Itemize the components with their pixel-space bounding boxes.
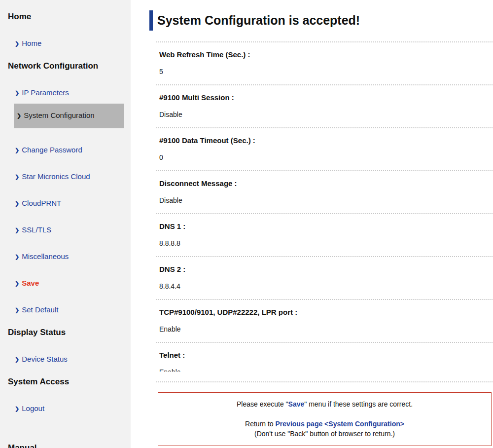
notice-text: " menu if these settings are correct. — [304, 400, 413, 408]
chevron-right-icon: ❯ — [15, 280, 19, 286]
setting-label: #9100 Data Timeout (Sec.) : — [159, 136, 493, 145]
chevron-right-icon: ❯ — [15, 307, 19, 313]
main-content: System Configuration is accepted! Web Re… — [149, 0, 493, 446]
setting-row-9100-data-timeout-sec: #9100 Data Timeout (Sec.) : 0 — [156, 127, 493, 170]
sidebar-item-logout[interactable]: ❯Logout — [15, 404, 131, 413]
sidebar-item-label: IP Parameters — [22, 88, 69, 97]
sidebar-item-label: Star Micronics Cloud — [22, 172, 90, 181]
sidebar-item-set-default[interactable]: ❯Set Default — [15, 305, 131, 315]
settings-list: Web Refresh Time (Sec.) : 5 #9100 Multi … — [156, 41, 493, 372]
setting-value: 0 — [159, 153, 493, 162]
sidebar-heading-home: Home — [8, 12, 131, 22]
sidebar-item-system-configuration[interactable]: ❯System Configuration — [14, 104, 124, 128]
sidebar-item-change-password[interactable]: ❯Change Password — [15, 146, 131, 155]
sidebar-section: System Access ❯Logout — [0, 377, 131, 413]
setting-value: 8.8.4.4 — [159, 282, 493, 291]
setting-value: 5 — [159, 67, 493, 76]
setting-row-web-refresh-time-sec: Web Refresh Time (Sec.) : 5 — [156, 41, 493, 84]
chevron-right-icon: ❯ — [15, 356, 19, 362]
notice-box: Please execute "Save" menu if these sett… — [158, 392, 492, 446]
sidebar-item-label: System Configuration — [24, 111, 94, 119]
sidebar-heading-manual: Manual — [8, 443, 131, 448]
sidebar-item-label: Change Password — [22, 146, 82, 154]
chevron-right-icon: ❯ — [15, 254, 19, 260]
setting-value: Enable — [159, 325, 493, 334]
dotted-divider — [156, 381, 493, 382]
sidebar-item-device-status[interactable]: ❯Device Status — [15, 355, 131, 364]
chevron-right-icon: ❯ — [15, 90, 19, 96]
sidebar-heading-network-configuration: Network Configuration — [8, 61, 131, 71]
notice-text: Return to — [245, 420, 275, 428]
setting-value: Enable — [159, 368, 493, 372]
sidebar-item-home[interactable]: ❯Home — [15, 39, 131, 48]
sidebar: Home ❯Home Network Configuration ❯IP Par… — [0, 0, 131, 448]
setting-label: #9100 Multi Session : — [159, 93, 493, 102]
sidebar-item-label: Logout — [22, 404, 44, 412]
sidebar-item-label: Miscellaneous — [22, 252, 69, 261]
chevron-right-icon: ❯ — [15, 227, 19, 233]
setting-row-dns-1: DNS 1 : 8.8.8.8 — [156, 213, 493, 256]
sidebar-item-label: CloudPRNT — [22, 199, 61, 207]
chevron-right-icon: ❯ — [17, 112, 21, 118]
sidebar-section: Network Configuration ❯IP Parameters ❯Sy… — [0, 61, 131, 315]
setting-label: DNS 2 : — [159, 264, 493, 274]
notice-line-2: Return to Previous page <System Configur… — [163, 419, 486, 429]
setting-value: 8.8.8.8 — [159, 239, 493, 248]
setting-label: Disconnect Message : — [159, 179, 493, 188]
sidebar-heading-system-access: System Access — [8, 377, 131, 387]
setting-label: DNS 1 : — [159, 222, 493, 231]
setting-row-dns-2: DNS 2 : 8.8.4.4 — [156, 256, 493, 299]
sidebar-item-label: Home — [22, 39, 41, 47]
save-menu-link[interactable]: Save — [288, 400, 305, 408]
chevron-right-icon: ❯ — [15, 147, 19, 153]
setting-label: Web Refresh Time (Sec.) : — [159, 50, 493, 59]
notice-text: Please execute " — [237, 400, 288, 408]
chevron-right-icon: ❯ — [15, 40, 19, 46]
sidebar-section: Home ❯Home — [0, 12, 131, 48]
page-title: System Configuration is accepted! — [157, 10, 360, 31]
previous-page-link[interactable]: Previous page <System Configuration> — [276, 420, 404, 428]
setting-value: Disable — [159, 196, 493, 205]
setting-value: Disable — [159, 110, 493, 119]
sidebar-section: Display Status ❯Device Status — [0, 328, 131, 364]
sidebar-item-star-micronics-cloud[interactable]: ❯Star Micronics Cloud — [15, 172, 131, 182]
setting-label: Telnet : — [159, 350, 493, 360]
sidebar-item-miscellaneous[interactable]: ❯Miscellaneous — [15, 252, 131, 261]
notice-line-3: (Don't use "Back" button of browser to r… — [163, 429, 486, 439]
setting-label: TCP#9100/9101, UDP#22222, LPR port : — [159, 307, 493, 317]
chevron-right-icon: ❯ — [15, 174, 19, 180]
chevron-right-icon: ❯ — [15, 200, 19, 206]
sidebar-item-save[interactable]: ❯Save — [15, 279, 131, 288]
sidebar-section: Manual — [0, 443, 131, 448]
sidebar-item-ssl-tls[interactable]: ❯SSL/TLS — [15, 225, 131, 235]
sidebar-item-ip-parameters[interactable]: ❯IP Parameters — [15, 88, 131, 98]
sidebar-item-label: Save — [22, 279, 39, 287]
title-accent-bar — [149, 10, 153, 31]
setting-row-tcp-9100-9101-udp-22222-lpr-port: TCP#9100/9101, UDP#22222, LPR port : Ena… — [156, 299, 493, 342]
sidebar-item-label: SSL/TLS — [22, 225, 51, 234]
sidebar-item-cloudprnt[interactable]: ❯CloudPRNT — [15, 199, 131, 208]
title-row: System Configuration is accepted! — [149, 10, 493, 31]
sidebar-item-label: Set Default — [22, 305, 58, 314]
sidebar-heading-display-status: Display Status — [8, 328, 131, 337]
notice-line-1: Please execute "Save" menu if these sett… — [163, 399, 486, 409]
chevron-right-icon: ❯ — [15, 406, 19, 411]
setting-row-telnet: Telnet : Enable — [156, 342, 493, 372]
sidebar-item-label: Device Status — [22, 355, 68, 363]
setting-row-disconnect-message: Disconnect Message : Disable — [156, 170, 493, 213]
notice-spacer — [163, 409, 486, 419]
setting-row-9100-multi-session: #9100 Multi Session : Disable — [156, 84, 493, 127]
